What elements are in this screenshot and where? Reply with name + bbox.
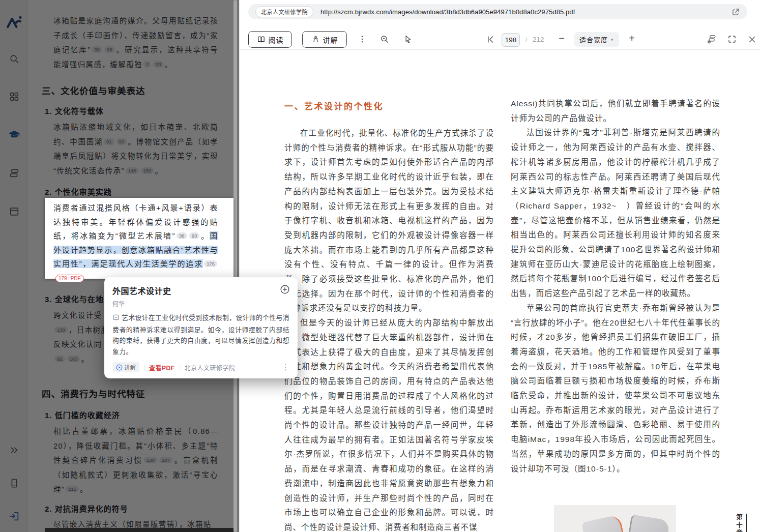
citation-badge[interactable]: 38 (177, 232, 187, 239)
view-pdf-link[interactable]: 查看PDF (149, 363, 175, 372)
close-icon[interactable] (745, 33, 758, 46)
more-tools-icon[interactable] (356, 33, 369, 46)
pdf-reference-badge[interactable]: 179PDF (55, 275, 84, 282)
page-number-input[interactable] (502, 33, 520, 47)
citation-badge[interactable]: 176 (204, 260, 217, 267)
open-external-icon[interactable] (732, 8, 740, 16)
pdf-toolbar: 阅读 讲解 / 212 − 适合宽度▾ (240, 26, 760, 50)
add-circle-plus-icon[interactable] (279, 284, 290, 295)
zoom-in-icon[interactable]: + (625, 32, 638, 45)
notes-scrollbar[interactable] (233, 0, 237, 532)
summary-icon (112, 313, 120, 324)
explain-chip[interactable]: 讲解 (112, 362, 139, 372)
book-author: 何华 (112, 299, 289, 308)
source-badge[interactable]: 北京人文研修学院 (255, 6, 313, 17)
chevron-down-icon: ▾ (611, 37, 614, 42)
highlighted-note-block[interactable]: 消费者通过混搭风格（卡通+风景+语录）表达独特审美。年轻群体偏爱设计感强的贴纸，… (45, 198, 233, 279)
search-document-icon[interactable] (378, 33, 391, 46)
pdf-right-column: Alessi)共同执掌公司后，他们就立即着手聘请著名的设计师为公司的产品做设计。… (511, 97, 720, 476)
source-name: 北京人文研修学院 (185, 363, 236, 372)
imac-orange (581, 515, 625, 532)
explain-mode-button[interactable]: 讲解 (302, 31, 347, 48)
zoom-out-icon[interactable]: − (555, 32, 568, 45)
pdf-viewer: 北京人文研修学院 http://szcm.bjrwdx.com/images/d… (239, 0, 760, 532)
app-window: 冰箱贴是家庭沟通的媒介。父母用贴纸记录孩子成长（手印画作）、传递鼓励留言，成为“… (0, 0, 760, 532)
zoom-mode-dropdown[interactable]: 适合宽度▾ (574, 32, 619, 47)
pdf-url[interactable]: http://szcm.bjrwdx.com/images/download/3… (320, 8, 726, 16)
page-separator: / (525, 36, 528, 44)
read-mode-button[interactable]: 阅读 (248, 31, 292, 48)
imac-gray (628, 514, 670, 532)
lecture-icon (311, 35, 320, 44)
page-total: 212 (533, 36, 544, 43)
pdf-section-heading: 一、艺术设计的个性化 (284, 99, 384, 112)
bottom-dark-strip (45, 528, 233, 532)
book-title[interactable]: 外国艺术设计史 (112, 284, 289, 297)
citation-badge[interactable]: 93 (189, 232, 200, 239)
fullscreen-icon[interactable] (725, 33, 739, 46)
divider (180, 364, 180, 370)
first-page-icon[interactable] (484, 33, 497, 46)
more-options-icon[interactable]: ⋮ (282, 364, 289, 371)
book-summary: 艺术设计在工业化时代受到技术限制，设计师的个性与消费者的精神诉求难以得到满足。如… (112, 312, 289, 357)
popup-footer: 讲解 查看PDF 北京人文研修学院 ⋮ (112, 362, 289, 372)
select-cursor-icon[interactable] (401, 33, 415, 46)
imac-figure-image (554, 505, 676, 532)
page-layout-icon[interactable] (705, 33, 718, 46)
pdf-left-column: 在工业化时代，批量化、标准化的生产方式抹杀了设计师的个性与消费者的精神诉求。在“… (284, 126, 494, 532)
chapter-edge-tab: 第十章 (734, 514, 747, 532)
divider (144, 364, 144, 370)
note-text: 。 (200, 231, 210, 240)
address-bar[interactable]: 北京人文研修学院 http://szcm.bjrwdx.com/images/d… (248, 4, 747, 19)
book-icon (257, 35, 266, 44)
reference-popup: 外国艺术设计史 何华 艺术设计在工业化时代受到技术限制，设计师的个性与消费者的精… (104, 277, 298, 378)
play-icon (116, 364, 123, 371)
